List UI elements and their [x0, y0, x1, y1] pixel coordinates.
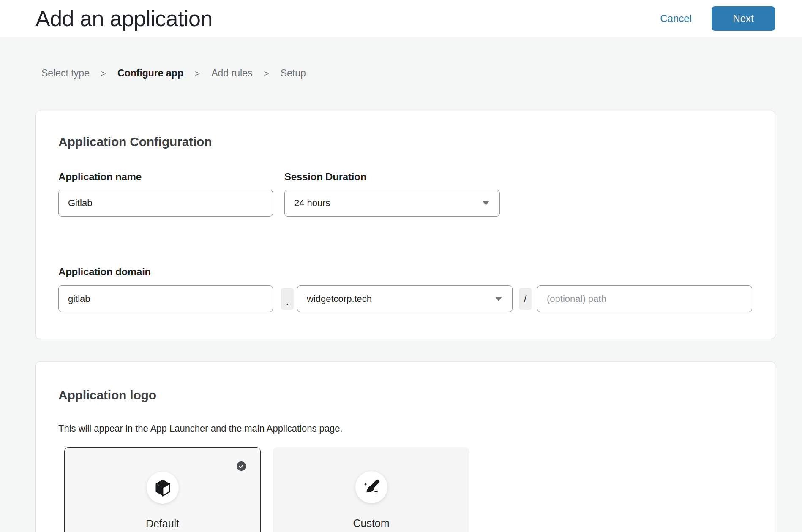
session-duration-select[interactable]: 24 hours — [284, 190, 500, 217]
application-name-input[interactable] — [58, 190, 273, 217]
logo-options: Default Custom — [64, 447, 469, 532]
breadcrumb-separator: > — [101, 68, 106, 79]
cancel-button[interactable]: Cancel — [660, 13, 692, 24]
custom-logo-circle — [355, 471, 387, 503]
slash-separator: / — [519, 288, 532, 310]
paintbrush-icon — [362, 478, 381, 497]
logo-card-title: Application logo — [58, 388, 156, 402]
page: Add an application Cancel Next Select ty… — [0, 0, 802, 532]
application-logo-card: Application logo This will appear in the… — [35, 361, 775, 532]
application-name-label: Application name — [58, 171, 142, 183]
session-duration-label: Session Duration — [284, 171, 366, 183]
next-button[interactable]: Next — [712, 6, 775, 31]
chevron-down-icon — [483, 201, 489, 205]
logo-card-description: This will appear in the App Launcher and… — [58, 423, 343, 434]
breadcrumb-step-select-type[interactable]: Select type — [41, 68, 90, 79]
configuration-card-title: Application Configuration — [58, 135, 212, 149]
breadcrumb: Select type > Configure app > Add rules … — [41, 68, 306, 79]
logo-option-custom[interactable]: Custom — [273, 447, 469, 532]
path-input[interactable] — [537, 285, 752, 312]
default-logo-circle — [147, 472, 179, 504]
logo-option-label: Custom — [353, 517, 389, 529]
application-domain-label: Application domain — [58, 266, 151, 278]
header-actions: Cancel Next — [660, 0, 775, 37]
selected-check-icon — [237, 461, 246, 471]
page-title: Add an application — [35, 8, 213, 30]
logo-option-default[interactable]: Default — [64, 447, 261, 532]
header: Add an application Cancel Next — [0, 0, 802, 37]
domain-select-value: widgetcorp.tech — [307, 293, 372, 304]
breadcrumb-separator: > — [195, 68, 200, 79]
application-configuration-card: Application Configuration Application na… — [35, 111, 775, 339]
logo-option-label: Default — [146, 518, 179, 530]
dot-separator: . — [281, 288, 294, 310]
breadcrumb-step-add-rules[interactable]: Add rules — [211, 68, 252, 79]
chevron-down-icon — [495, 297, 502, 301]
breadcrumb-separator: > — [264, 68, 269, 79]
breadcrumb-step-setup[interactable]: Setup — [281, 68, 306, 79]
cube-icon — [153, 478, 172, 497]
breadcrumb-step-configure-app[interactable]: Configure app — [117, 68, 183, 79]
session-duration-value: 24 hours — [294, 198, 330, 209]
subdomain-input[interactable] — [58, 285, 273, 312]
domain-select[interactable]: widgetcorp.tech — [297, 285, 513, 312]
